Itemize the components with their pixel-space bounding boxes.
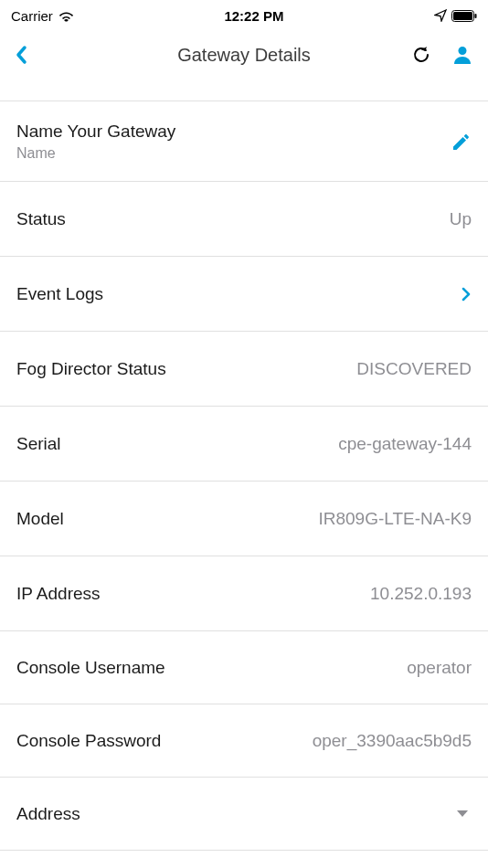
page-title: Gateway Details (177, 45, 311, 66)
status-label: Status (16, 209, 66, 229)
row-address[interactable]: Address (0, 777, 488, 850)
ip-value: 10.252.0.193 (370, 584, 472, 604)
row-gateway-name[interactable]: Name Your Gateway Name (0, 101, 488, 181)
row-console-pass: Console Password oper_3390aac5b9d5 (0, 704, 488, 777)
triangle-down-icon (457, 810, 468, 817)
back-button[interactable] (15, 44, 29, 66)
console-user-label: Console Username (16, 658, 165, 678)
fog-value: DISCOVERED (356, 359, 472, 379)
model-value: IR809G-LTE-NA-K9 (318, 509, 472, 529)
model-label: Model (16, 509, 64, 529)
row-console-user: Console Username operator (0, 630, 488, 704)
svg-rect-2 (474, 14, 476, 18)
svg-rect-1 (453, 12, 472, 20)
gateway-name-label: Name Your Gateway (16, 122, 175, 142)
fog-label: Fog Director Status (16, 359, 166, 379)
wifi-icon (58, 10, 74, 22)
status-left: Carrier (11, 8, 74, 24)
row-status: Status Up (0, 181, 488, 256)
nav-actions (411, 44, 473, 66)
clock: 12:22 PM (224, 8, 283, 24)
event-logs-label: Event Logs (16, 284, 103, 304)
ip-label: IP Address (16, 584, 101, 604)
row-serial: Serial cpe-gateway-144 (0, 406, 488, 481)
profile-button[interactable] (451, 44, 473, 66)
row-ip: IP Address 10.252.0.193 (0, 556, 488, 630)
chevron-right-icon (461, 286, 472, 302)
row-fog-director: Fog Director Status DISCOVERED (0, 331, 488, 406)
svg-point-3 (459, 47, 467, 55)
gateway-name-value: Name (16, 145, 175, 162)
address-label: Address (16, 804, 80, 824)
battery-icon (451, 10, 477, 22)
nav-bar: Gateway Details (0, 27, 488, 86)
row-model: Model IR809G-LTE-NA-K9 (0, 481, 488, 556)
status-right (434, 9, 477, 22)
carrier-label: Carrier (11, 8, 53, 24)
console-user-value: operator (407, 658, 472, 678)
status-bar: Carrier 12:22 PM (0, 0, 488, 27)
row-event-logs[interactable]: Event Logs (0, 256, 488, 331)
console-pass-label: Console Password (16, 731, 161, 751)
status-value: Up (450, 209, 472, 229)
serial-label: Serial (16, 434, 61, 454)
serial-value: cpe-gateway-144 (338, 434, 472, 454)
refresh-button[interactable] (411, 45, 431, 65)
location-icon (434, 9, 447, 22)
edit-icon[interactable] (451, 132, 472, 152)
row-custom-fields[interactable]: Custom Fields (0, 850, 488, 868)
console-pass-value: oper_3390aac5b9d5 (313, 731, 472, 751)
